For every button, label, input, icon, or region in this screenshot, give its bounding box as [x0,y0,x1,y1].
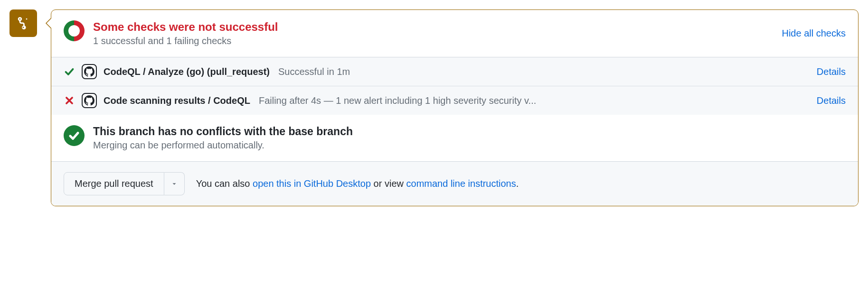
github-avatar-icon [82,64,97,79]
git-merge-icon [16,16,30,30]
check-row: Code scanning results / CodeQL Failing a… [51,86,858,115]
check-name: CodeQL / Analyze (go) (pull_request) [104,66,270,77]
merge-pull-request-button[interactable]: Merge pull request [64,172,164,195]
check-details-link[interactable]: Details [817,95,846,106]
conflicts-title: This branch has no conflicts with the ba… [93,125,846,138]
footer-text-prefix: You can also [196,178,253,189]
timeline-badge [9,9,37,37]
hide-all-checks-link[interactable]: Hide all checks [782,28,846,39]
footer-text-middle: or view [371,178,406,189]
checks-summary-section: Some checks were not successful 1 succes… [51,10,858,57]
merge-dropdown-button[interactable] [164,172,185,195]
caret-down-icon [171,181,178,187]
check-row: CodeQL / Analyze (go) (pull_request) Suc… [51,57,858,86]
pointer-arrow [46,18,51,29]
merge-footer: Merge pull request You can also open thi… [51,161,858,206]
conflicts-subtitle: Merging can be performed automatically. [93,140,846,151]
github-avatar-icon [82,93,97,108]
merge-footer-text: You can also open this in GitHub Desktop… [196,178,519,189]
success-check-icon [64,125,85,146]
open-github-desktop-link[interactable]: open this in GitHub Desktop [253,178,371,189]
merge-button-group: Merge pull request [64,172,185,195]
check-pass-icon [64,66,75,77]
checks-subtitle: 1 successful and 1 failing checks [93,36,776,46]
check-name: Code scanning results / CodeQL [104,95,250,106]
checks-list: CodeQL / Analyze (go) (pull_request) Suc… [51,57,858,115]
checks-title: Some checks were not successful [93,20,776,34]
check-details-link[interactable]: Details [817,66,846,77]
check-detail: Successful in 1m [278,66,350,77]
conflicts-section: This branch has no conflicts with the ba… [51,115,858,161]
check-detail: Failing after 4s — 1 new alert including… [259,95,536,106]
status-donut-icon [64,20,85,41]
merge-status-box: Some checks were not successful 1 succes… [51,9,859,206]
command-line-instructions-link[interactable]: command line instructions [406,178,516,189]
footer-text-suffix: . [516,178,519,189]
check-fail-icon [64,95,75,106]
